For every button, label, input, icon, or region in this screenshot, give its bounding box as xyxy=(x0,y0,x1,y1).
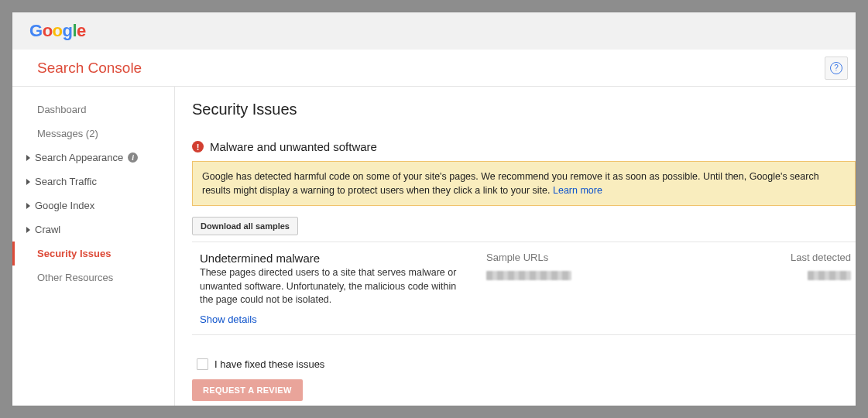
fixed-issues-checkbox[interactable] xyxy=(197,358,208,370)
help-icon: ? xyxy=(830,62,842,74)
body: Dashboard Messages (2) Search Appearance… xyxy=(12,87,856,406)
sidebar-item-label: Search Appearance xyxy=(35,152,123,163)
redacted-url xyxy=(486,271,571,280)
sample-urls-column: Sample URLs xyxy=(486,252,758,325)
sidebar-item-label: Messages (2) xyxy=(37,128,98,139)
download-samples-button[interactable]: Download all samples xyxy=(192,217,298,235)
issue-name: Undetermined malware xyxy=(200,252,471,265)
google-logo: Google xyxy=(29,21,86,41)
sidebar-item-label: Google Index xyxy=(35,200,94,211)
chevron-right-icon xyxy=(26,203,30,209)
issue-table: Undetermined malware These pages directe… xyxy=(192,242,856,335)
redacted-date xyxy=(808,271,851,280)
app-frame: Google Search Console ? Dashboard Messag… xyxy=(12,12,856,406)
sidebar-item-dashboard[interactable]: Dashboard xyxy=(12,98,174,122)
help-button[interactable]: ? xyxy=(825,57,848,80)
issue-heading: Malware and unwanted software xyxy=(210,140,377,153)
column-header-sample: Sample URLs xyxy=(486,252,758,263)
issue-row: Undetermined malware These pages directe… xyxy=(192,242,856,335)
last-detected-column: Last detected xyxy=(758,252,856,325)
sidebar: Dashboard Messages (2) Search Appearance… xyxy=(12,87,175,406)
sidebar-item-other-resources[interactable]: Other Resources xyxy=(12,266,174,290)
main-content: Security Issues ! Malware and unwanted s… xyxy=(175,87,856,406)
page-title: Security Issues xyxy=(192,101,856,118)
sidebar-item-messages[interactable]: Messages (2) xyxy=(12,122,174,146)
sidebar-item-security-issues[interactable]: Security Issues xyxy=(12,242,174,266)
column-header-last: Last detected xyxy=(758,252,851,263)
product-title: Search Console xyxy=(37,60,142,77)
sidebar-item-label: Other Resources xyxy=(37,272,113,283)
info-icon[interactable]: i xyxy=(128,152,138,163)
warning-icon: ! xyxy=(192,141,204,152)
sidebar-item-google-index[interactable]: Google Index xyxy=(12,194,174,218)
sidebar-item-crawl[interactable]: Crawl xyxy=(12,218,174,242)
sidebar-item-label: Crawl xyxy=(35,224,60,235)
fixed-issues-row: I have fixed these issues xyxy=(192,358,856,370)
issue-header: ! Malware and unwanted software xyxy=(192,140,856,153)
chevron-right-icon xyxy=(26,179,30,185)
chevron-right-icon xyxy=(26,155,30,161)
sidebar-item-label: Dashboard xyxy=(37,104,87,115)
issue-text: These pages directed users to a site tha… xyxy=(200,266,471,307)
notice-text: Google has detected harmful code on some… xyxy=(202,171,819,196)
titlebar: Search Console ? xyxy=(12,50,856,87)
sidebar-item-search-traffic[interactable]: Search Traffic xyxy=(12,170,174,194)
warning-notice: Google has detected harmful code on some… xyxy=(192,161,856,206)
sidebar-item-label: Search Traffic xyxy=(35,176,97,187)
chevron-right-icon xyxy=(26,227,30,233)
issue-description-column: Undetermined malware These pages directe… xyxy=(200,252,486,325)
fixed-issues-label: I have fixed these issues xyxy=(214,358,324,370)
learn-more-link[interactable]: Learn more xyxy=(553,185,602,196)
sidebar-item-search-appearance[interactable]: Search Appearance i xyxy=(12,146,174,170)
show-details-link[interactable]: Show details xyxy=(200,314,257,325)
request-review-button[interactable]: REQUEST A REVIEW xyxy=(192,379,303,401)
sidebar-item-label: Security Issues xyxy=(37,248,111,259)
google-topbar: Google xyxy=(12,12,856,50)
